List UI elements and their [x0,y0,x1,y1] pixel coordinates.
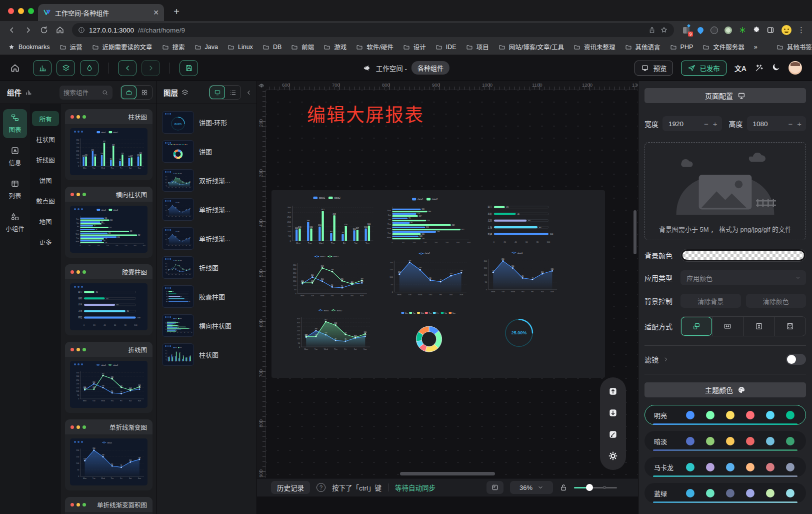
user-avatar[interactable] [788,61,802,75]
tab-close-icon[interactable]: ✕ [153,9,159,17]
zoom-slider-handle[interactable] [586,484,593,491]
category-item[interactable]: 饼图 [32,173,59,188]
width-decrease-icon[interactable]: − [704,120,708,128]
canvas-text-widget[interactable]: 编辑大屏报表 [307,100,424,127]
horizontal-scrollbar[interactable] [400,472,495,475]
fit-width-button[interactable] [712,317,744,336]
bookmark-folder[interactable]: DB [262,44,282,51]
forward-button[interactable] [21,23,35,37]
gear-icon[interactable] [604,447,622,464]
bookmark-folder[interactable]: 运营 [60,42,82,52]
layers-panel-toggle-button[interactable] [56,60,75,76]
component-card[interactable]: 柱状图050100150200250300350MonTueWedThuFriS… [65,109,152,180]
magic-wand-icon[interactable] [754,64,764,73]
ring-progress-widget[interactable]: 25.00% [489,304,549,360]
layer-item[interactable]: 050100150200MonTueWedThuFriSatSundata112… [162,198,252,221]
rail-item-4[interactable]: 小组件 [3,208,27,237]
redo-button[interactable] [142,60,160,76]
bookmark-star-icon[interactable] [660,26,668,34]
share-icon[interactable] [648,26,656,34]
undo-button[interactable] [118,60,136,76]
height-decrease-icon[interactable]: − [788,120,792,128]
extension-star-icon[interactable] [738,26,746,35]
chevron-right-icon[interactable] [663,356,669,362]
bookmark-folder[interactable]: 游戏 [324,42,346,52]
extension-green-circle-icon[interactable] [724,26,732,35]
bookmark-folder[interactable]: Java [194,44,218,51]
export-icon[interactable] [604,383,622,400]
bookmark-folder[interactable]: Linux [228,44,253,51]
pie-chart-widget[interactable]: MonTueWedThuFriSatSun [389,301,469,367]
reload-button[interactable] [37,23,51,37]
extension-dark-icon[interactable] [710,26,718,35]
extension-grid-icon[interactable]: 9 [682,26,690,35]
zoom-slider[interactable] [574,484,617,491]
settings-panel-toggle-button[interactable] [80,60,98,76]
design-canvas[interactable]: 6007008009001000110012001300 20030040050… [257,81,638,478]
bg-color-picker[interactable] [680,249,806,262]
bookmarks-root[interactable]: Bookmarks [8,44,50,51]
align-panel-button[interactable] [486,481,504,494]
collapse-panel-icon[interactable] [246,89,252,96]
category-item[interactable]: 地图 [32,214,59,229]
extensions-puzzle-icon[interactable] [752,26,760,35]
layer-item[interactable]: 050100150200250300350MonTueWedThuFriSatS… [162,343,252,366]
bookmark-folder[interactable]: 资讯未整理 [574,42,616,52]
extension-pin-icon[interactable] [696,26,704,35]
import-icon[interactable] [604,404,622,421]
bookmark-folder[interactable]: PHP [670,44,694,51]
component-card[interactable]: 胶囊柱图厦门20南阳40北京60上海80新疆100020406080100 [65,264,152,335]
save-button[interactable] [180,60,198,76]
sidebar-toggle-icon[interactable] [766,26,774,35]
layer-item[interactable]: 050100150200250300350MonTueWedThuFriSatS… [162,256,252,279]
fit-scale-button[interactable] [681,317,712,336]
language-toggle-button[interactable]: 文A [734,63,746,73]
bookmark-folder[interactable]: 前端 [291,42,314,52]
back-button[interactable] [5,23,19,37]
dual-gradient-area-chart-widget[interactable]: 050100150200250300350MonTueWedThuFriSatS… [292,307,372,357]
vertical-scrollbar[interactable] [634,210,636,254]
bar-chart-widget[interactable]: 050100150200250300350MonTueWedThuFriSatS… [280,195,376,252]
zoom-select[interactable]: 36% [510,481,553,494]
bookmark-folder[interactable]: 搜索 [162,42,185,52]
capsule-chart-widget[interactable]: 厦门20南阳40北京60上海80新疆100020406080100 [480,197,560,250]
clear-background-button[interactable]: 清除背景 [680,294,741,308]
width-increase-icon[interactable]: + [713,120,718,128]
dark-mode-moon-icon[interactable] [772,63,780,73]
history-button[interactable]: 历史记录 [271,481,310,494]
horizontal-bar-chart-widget[interactable]: data1data2050100150200250300350Sun130160… [382,195,472,252]
profile-avatar[interactable] [780,23,794,37]
bookmark-folder[interactable]: 近期需要读的文章 [92,42,152,52]
bookmark-folder[interactable]: 文件服务器 [702,42,744,52]
category-item[interactable]: 更多 [32,234,59,249]
workspace-name-badge[interactable]: 各种组件 [412,61,450,75]
category-item[interactable]: 散点图 [32,193,59,208]
preview-button[interactable]: 预览 [634,61,673,76]
grid-view-button[interactable] [136,86,152,99]
bookmark-folder[interactable]: 软件/硬件 [356,42,393,52]
layers-list-view-button[interactable] [225,86,240,99]
ruler-eye-icon[interactable] [257,81,266,90]
component-card[interactable]: 单折线渐变面积图050100150200MonTueWedThuFriSatSu… [65,497,152,514]
width-input[interactable]: 1920−+ [662,116,722,131]
category-item[interactable]: 折线图 [32,152,59,167]
filter-toggle[interactable] [786,354,806,365]
theme-row-马卡龙[interactable]: 马卡龙 [644,457,806,477]
layer-item[interactable]: 050100150200MonTueWedThuFriSatSundata112… [162,227,252,250]
height-increase-icon[interactable]: + [797,120,802,128]
theme-row-暗淡[interactable]: 暗淡 [644,431,806,451]
component-card[interactable]: 横向柱状图data1data2050100150200250300350Sun1… [65,187,152,258]
theme-row-明亮[interactable]: 明亮 [644,405,806,425]
single-column-view-button[interactable] [121,86,136,99]
component-card[interactable]: 折线图050100150200250300350MonTueWedThuFriS… [65,342,152,413]
layer-item[interactable]: 25.00%饼图-环形 [162,111,252,134]
component-card[interactable]: 单折线渐变图050100150200MonTueWedThuFriSatSund… [65,419,152,490]
fit-height-button[interactable] [743,317,774,336]
lock-icon[interactable] [560,483,568,491]
gradient-line-chart-widget[interactable]: 050100150200MonTueWedThuFriSatSundata112… [382,251,472,302]
layer-item[interactable]: 050100150200250300350MonTueWedThuFriSatS… [162,169,252,192]
rail-item-2[interactable]: 信息 [3,142,27,171]
home-icon[interactable] [10,63,20,73]
bookmark-folder[interactable]: 其他语言 [625,42,660,52]
clear-color-button[interactable]: 清除颜色 [746,294,806,308]
